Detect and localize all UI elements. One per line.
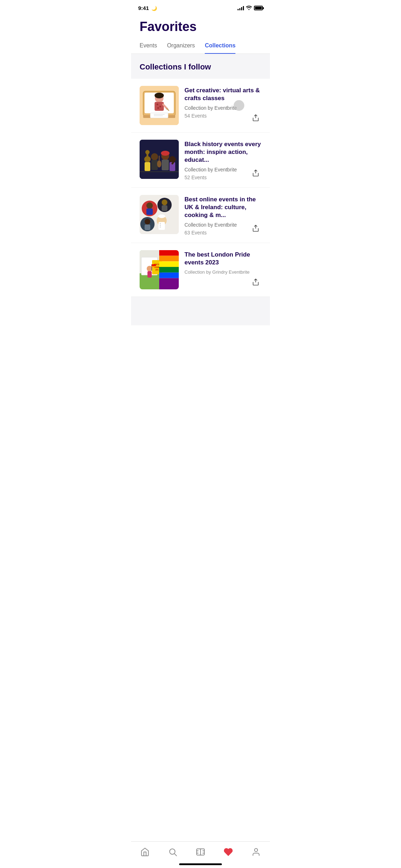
collection-by: Collection by Grindry Eventbrite bbox=[184, 269, 261, 275]
svg-point-46 bbox=[160, 224, 161, 226]
page-header: Favorites bbox=[131, 14, 270, 37]
svg-rect-63 bbox=[147, 271, 152, 278]
share-button[interactable] bbox=[250, 112, 261, 124]
wifi-icon bbox=[246, 5, 252, 11]
signal-icon bbox=[238, 6, 244, 10]
svg-rect-17 bbox=[145, 162, 150, 171]
svg-rect-34 bbox=[146, 208, 153, 215]
list-item[interactable]: YOU'VE DONE IT! bbox=[131, 243, 270, 297]
svg-point-45 bbox=[160, 223, 161, 224]
moon-icon: 🌙 bbox=[151, 6, 157, 11]
drag-handle bbox=[234, 100, 244, 111]
share-button[interactable] bbox=[250, 167, 261, 179]
svg-rect-40 bbox=[145, 224, 150, 230]
svg-text:IT!: IT! bbox=[156, 269, 159, 271]
svg-point-36 bbox=[162, 200, 167, 205]
collection-thumbnail bbox=[140, 86, 179, 125]
tab-collections[interactable]: Collections bbox=[205, 42, 235, 54]
svg-point-23 bbox=[161, 151, 170, 156]
list-item[interactable]: Best online events in the UK & Ireland: … bbox=[131, 188, 270, 243]
svg-rect-43 bbox=[160, 215, 163, 217]
status-icons bbox=[238, 5, 263, 11]
svg-rect-59 bbox=[159, 267, 179, 273]
section-title: Collections I follow bbox=[131, 62, 270, 79]
list-item[interactable]: Get creative: virtual arts & crafts clas… bbox=[131, 79, 270, 133]
tab-organizers[interactable]: Organizers bbox=[167, 42, 195, 54]
collection-thumbnail bbox=[140, 140, 179, 179]
svg-point-33 bbox=[146, 202, 153, 209]
collection-info: The best London Pride events 2023 Collec… bbox=[184, 250, 261, 277]
collection-name: Get creative: virtual arts & crafts clas… bbox=[184, 87, 261, 102]
svg-rect-24 bbox=[162, 160, 169, 170]
svg-point-39 bbox=[145, 219, 150, 224]
svg-point-7 bbox=[160, 105, 161, 107]
status-bar: 9:41 🌙 bbox=[131, 0, 270, 14]
list-item[interactable]: Black history events every month: inspir… bbox=[131, 133, 270, 188]
battery-icon bbox=[254, 6, 263, 10]
svg-rect-60 bbox=[159, 273, 179, 278]
svg-rect-66 bbox=[152, 266, 156, 267]
status-time: 9:41 🌙 bbox=[138, 5, 157, 11]
svg-rect-44 bbox=[158, 222, 165, 230]
main-content: Collections I follow bbox=[131, 54, 270, 326]
svg-point-8 bbox=[157, 107, 159, 109]
tabs-container: Events Organizers Collections bbox=[131, 37, 270, 54]
svg-point-4 bbox=[155, 93, 164, 98]
svg-rect-12 bbox=[150, 113, 168, 118]
collection-by: Collection by Eventbrite bbox=[184, 105, 261, 111]
collection-name: Best online events in the UK & Ireland: … bbox=[184, 196, 261, 219]
collection-name: Black history events every month: inspir… bbox=[184, 140, 261, 164]
collection-list: Get creative: virtual arts & crafts clas… bbox=[131, 79, 270, 297]
svg-point-47 bbox=[160, 226, 161, 227]
collection-thumbnail bbox=[140, 195, 179, 234]
svg-rect-56 bbox=[159, 250, 179, 256]
share-button[interactable] bbox=[250, 223, 261, 234]
svg-point-6 bbox=[157, 103, 158, 105]
collection-thumbnail: YOU'VE DONE IT! bbox=[140, 250, 179, 289]
page-title: Favorites bbox=[140, 20, 261, 34]
svg-rect-57 bbox=[159, 256, 179, 262]
svg-rect-37 bbox=[162, 205, 167, 211]
share-button[interactable] bbox=[250, 277, 261, 288]
svg-rect-58 bbox=[159, 262, 179, 267]
svg-rect-61 bbox=[159, 278, 179, 290]
tab-events[interactable]: Events bbox=[140, 42, 157, 54]
svg-point-29 bbox=[145, 150, 150, 154]
svg-rect-5 bbox=[155, 102, 164, 111]
svg-point-20 bbox=[157, 160, 161, 167]
svg-point-18 bbox=[151, 153, 158, 160]
svg-rect-19 bbox=[151, 160, 158, 170]
collection-name: The best London Pride events 2023 bbox=[184, 251, 261, 267]
